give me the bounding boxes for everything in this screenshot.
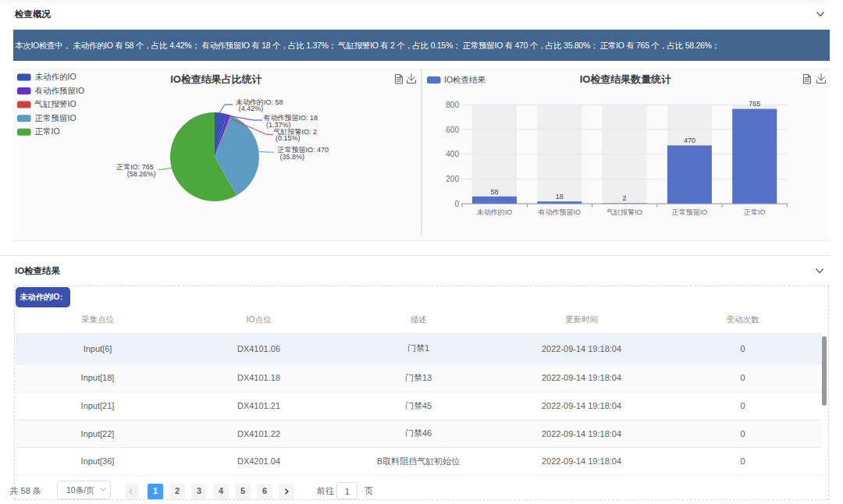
svg-text:(35.8%): (35.8%) <box>279 153 304 161</box>
svg-text:18: 18 <box>556 193 564 201</box>
svg-text:未动作的IO: 未动作的IO <box>35 72 76 81</box>
svg-text:IO检查结果数量统计: IO检查结果数量统计 <box>580 73 672 85</box>
svg-text:(0.15%): (0.15%) <box>276 134 301 142</box>
svg-text:IO检查结果: IO检查结果 <box>444 75 486 84</box>
svg-text:470: 470 <box>684 137 695 144</box>
svg-text:气缸报警IO: 气缸报警IO <box>34 99 76 108</box>
svg-text:正常IO: 正常IO <box>35 126 60 136</box>
svg-text:正常预留IO: 正常预留IO <box>671 208 708 216</box>
svg-text:(58.26%): (58.26%) <box>127 170 156 178</box>
svg-text:未动作的IO: 未动作的IO <box>477 208 513 216</box>
svg-text:有动作预留IO: 有动作预留IO <box>538 208 582 216</box>
svg-text:2: 2 <box>623 194 627 202</box>
svg-text:(4.42%): (4.42%) <box>239 105 264 112</box>
svg-text:气缸报警IO: 气缸报警IO <box>606 208 642 216</box>
svg-text:正常预留IO: 正常预留IO <box>35 113 76 122</box>
svg-text:0: 0 <box>454 200 459 208</box>
svg-text:400: 400 <box>446 150 459 158</box>
svg-text:正常IO: 正常IO <box>743 208 766 216</box>
svg-text:有动作预留IO: 有动作预留IO <box>35 86 85 95</box>
svg-text:600: 600 <box>446 126 459 134</box>
svg-text:765: 765 <box>749 100 760 108</box>
svg-text:IO检查结果占比统计: IO检查结果占比统计 <box>170 73 262 85</box>
svg-text:200: 200 <box>446 175 459 183</box>
svg-text:800: 800 <box>446 101 459 109</box>
svg-text:58: 58 <box>490 188 498 196</box>
